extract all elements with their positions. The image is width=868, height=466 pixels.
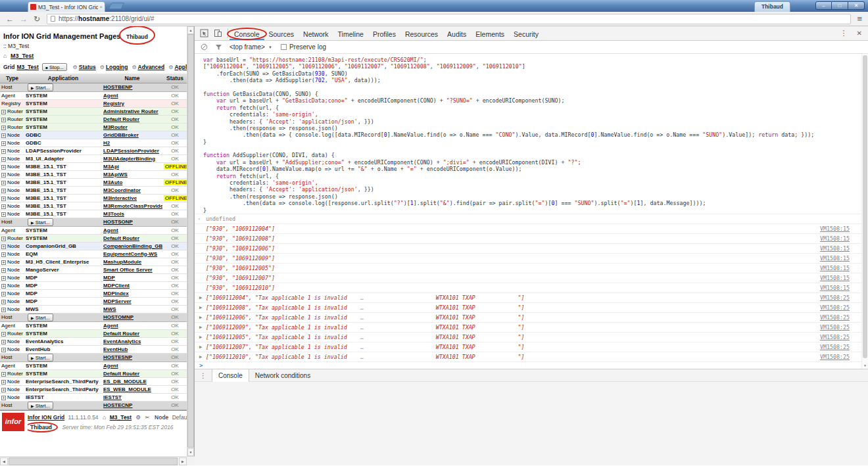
expand-icon[interactable]: +	[1, 110, 6, 114]
expand-icon[interactable]: +	[1, 380, 6, 384]
frame-selector[interactable]: <top frame>	[229, 43, 265, 51]
expand-icon[interactable]: +	[1, 141, 6, 146]
node-name-link[interactable]: ES_WEB_MODULE	[103, 386, 151, 392]
minimize-button[interactable]: –	[815, 1, 832, 10]
node-name-link[interactable]: M3Coordinator	[103, 187, 141, 193]
expand-icon[interactable]: +	[1, 260, 6, 265]
scroll-right-icon[interactable]: ▶	[179, 457, 187, 465]
scrollbar-thumb[interactable]	[9, 457, 178, 465]
source-link[interactable]: VM1508:15	[820, 234, 850, 243]
node-name-link[interactable]: HOSTESNP	[103, 354, 132, 360]
url-bar[interactable]: https://hostname:21108/grid/ui/#	[47, 14, 851, 24]
node-name-link[interactable]: H2	[103, 140, 110, 146]
menu-icon[interactable]: ≡	[857, 14, 862, 24]
expand-icon[interactable]: +	[1, 197, 6, 201]
source-link[interactable]: VM1508:15	[820, 273, 850, 283]
expand-triangle-icon[interactable]: ▶	[199, 313, 202, 322]
home-link[interactable]: M3_Test	[11, 53, 34, 59]
new-tab-button[interactable]	[108, 3, 125, 9]
expand-icon[interactable]: +	[1, 252, 6, 257]
source-link[interactable]: VM1508:25	[820, 352, 850, 361]
expand-icon[interactable]: +	[1, 284, 6, 289]
devtools-close-icon[interactable]: ✕	[857, 30, 862, 37]
tab-security[interactable]: Security	[509, 27, 543, 40]
node-name-link[interactable]: Administrative Router	[103, 108, 158, 114]
start-button[interactable]: ▶Start...	[28, 354, 53, 361]
filter-icon[interactable]	[215, 44, 222, 51]
node-name-link[interactable]: IESTST	[103, 394, 122, 400]
scrollbar-thumb[interactable]	[187, 34, 194, 448]
close-button[interactable]: ✕	[848, 1, 865, 10]
node-name-link[interactable]: M3UIAdapterBinding	[103, 156, 155, 162]
expand-triangle-icon[interactable]: ▶	[199, 323, 202, 332]
tools-icon[interactable]: ✂	[145, 414, 150, 421]
node-name-link[interactable]: Default Router	[103, 235, 139, 241]
expand-icon[interactable]: +	[1, 126, 6, 130]
node-name-link[interactable]: HOSTECNP	[103, 402, 132, 408]
expand-icon[interactable]: +	[1, 157, 6, 162]
start-button[interactable]: ▶Start...	[28, 83, 53, 91]
node-name-link[interactable]: M3Interactive	[103, 195, 137, 201]
panel-vertical-scrollbar[interactable]: ▲ ▼	[187, 26, 194, 456]
node-name-link[interactable]: MDPClient	[103, 283, 130, 289]
expand-icon[interactable]: +	[1, 388, 6, 392]
expand-icon[interactable]: +	[1, 189, 6, 193]
scroll-up-icon[interactable]: ▲	[187, 26, 194, 34]
grid-name-link[interactable]: M3_Test	[16, 64, 38, 70]
node-name-link[interactable]: M3Auto	[103, 179, 122, 185]
expand-icon[interactable]: +	[1, 173, 6, 177]
source-link[interactable]: VM1508:15	[820, 283, 850, 292]
scrollbar-thumb[interactable]	[863, 55, 867, 358]
node-name-link[interactable]: MDPServer	[103, 298, 132, 304]
toolbar-link-advanced[interactable]: Advanced	[138, 64, 165, 70]
expand-icon[interactable]: +	[1, 133, 6, 138]
tab-profiles[interactable]: Profiles	[368, 27, 400, 40]
browser-tab[interactable]: M3_Test - Infor ION Grid Ma ×	[28, 1, 105, 12]
node-name-link[interactable]: M3Router	[103, 124, 128, 130]
source-link[interactable]: VM1508:15	[820, 254, 850, 263]
footer-home-link[interactable]: M3_Test	[110, 414, 132, 421]
profile-button[interactable]: Thibaud	[754, 1, 790, 12]
drawer-tab-network-conditions[interactable]: Network conditions	[249, 369, 316, 383]
scroll-left-icon[interactable]: ◀	[0, 457, 8, 465]
toolbar-link-applica[interactable]: Applica	[174, 64, 187, 70]
node-name-link[interactable]: HOSTSONP	[103, 219, 133, 225]
expand-icon[interactable]: +	[1, 212, 6, 217]
expand-icon[interactable]: +	[1, 237, 6, 241]
product-link[interactable]: Infor ION Grid	[28, 414, 64, 421]
source-link[interactable]: VM1508:25	[820, 313, 850, 322]
reload-icon[interactable]: ↻	[34, 15, 40, 23]
expand-icon[interactable]: +	[1, 181, 6, 185]
node-name-link[interactable]: MDPIndex	[103, 291, 129, 296]
node-name-link[interactable]: Agent	[103, 227, 118, 233]
start-button[interactable]: ▶Start...	[28, 402, 53, 409]
clear-console-icon[interactable]	[201, 43, 208, 51]
node-name-link[interactable]: M3Api	[103, 164, 119, 170]
source-link[interactable]: VM1508:15	[820, 224, 850, 233]
node-name-link[interactable]: MashupModule	[103, 259, 141, 265]
node-name-link[interactable]: HOSTBENP	[103, 84, 132, 90]
source-link[interactable]: VM1508:15	[820, 244, 850, 253]
toolbar-link-logging[interactable]: Logging	[106, 64, 128, 70]
tab-timeline[interactable]: Timeline	[333, 27, 368, 40]
tab-close-icon[interactable]: ×	[99, 5, 103, 10]
tab-console[interactable]: Console	[229, 27, 264, 40]
expand-triangle-icon[interactable]: ▶	[199, 333, 202, 342]
node-name-link[interactable]: LDAPSessionProvider	[103, 148, 159, 154]
expand-icon[interactable]: +	[1, 149, 6, 154]
back-icon[interactable]: ←	[6, 15, 14, 23]
start-button[interactable]: ▶Start...	[28, 218, 53, 226]
node-name-link[interactable]: Agent	[103, 323, 118, 329]
restore-button[interactable]: □	[832, 1, 848, 10]
drawer-menu-icon[interactable]: ⋮	[200, 372, 206, 379]
node-name-link[interactable]: EventAnalytics	[103, 338, 141, 344]
tab-audits[interactable]: Audits	[443, 27, 471, 40]
node-name-link[interactable]: CompanionBinding_GB	[103, 243, 162, 249]
node-name-link[interactable]: Registry	[103, 101, 124, 106]
devtools-menu-icon[interactable]: ⋮	[840, 29, 848, 37]
source-link[interactable]: VM1508:15	[820, 264, 850, 273]
expand-triangle-icon[interactable]: ▶	[199, 342, 202, 352]
source-link[interactable]: VM1508:25	[820, 342, 850, 352]
node-name-link[interactable]: MDP	[103, 275, 115, 281]
expand-icon[interactable]: +	[1, 348, 6, 352]
